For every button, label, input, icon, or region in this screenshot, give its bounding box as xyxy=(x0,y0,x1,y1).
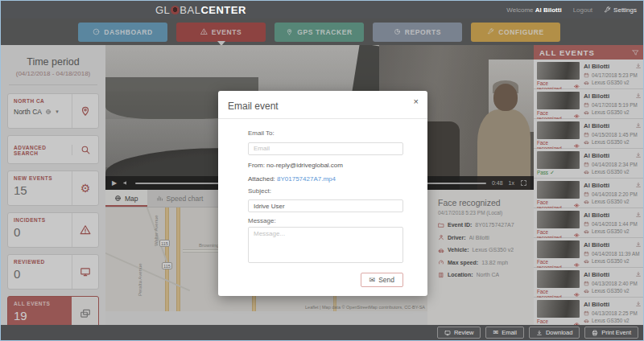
envelope-icon: ✉ xyxy=(493,330,498,336)
subject-label: Subject: xyxy=(248,187,403,195)
send-button[interactable]: ✉ Send xyxy=(361,273,403,287)
monitor-icon xyxy=(444,330,451,336)
email-to-label: Email To: xyxy=(248,129,403,137)
top-bar: GLBALCENTER Welcome Al Bilotti Logout Se… xyxy=(1,1,643,18)
email-to-input[interactable] xyxy=(248,142,403,155)
email-event-modal: Email event × Email To: From: no-reply@i… xyxy=(218,91,427,296)
from-text: From: no-reply@idriveglobal.com xyxy=(248,162,403,169)
message-label: Message: xyxy=(248,217,403,224)
bottom-action-bar: Review ✉ Email Download Print Event xyxy=(1,325,643,340)
brand-logo: GLBALCENTER xyxy=(155,1,246,18)
brand-text: GL xyxy=(155,4,170,16)
attached-line: Attached: 8Y01757427A7.mp4 xyxy=(248,175,403,183)
brand-text-bold: CENTER xyxy=(200,4,246,16)
download-icon xyxy=(536,330,543,336)
download-button[interactable]: Download xyxy=(529,327,580,339)
subject-input[interactable] xyxy=(248,199,403,212)
close-icon[interactable]: × xyxy=(414,97,419,106)
modal-title: Email event xyxy=(228,101,279,112)
brand-globe-icon xyxy=(171,6,180,14)
logout-link[interactable]: Logout xyxy=(573,6,592,14)
printer-icon xyxy=(592,330,598,336)
settings-button[interactable]: Settings xyxy=(604,6,637,14)
review-button[interactable]: Review xyxy=(437,327,481,339)
brand-text: BAL xyxy=(180,4,200,16)
email-button[interactable]: ✉ Email xyxy=(485,327,523,339)
modal-header: Email event × xyxy=(218,91,427,119)
app-window: GLBALCENTER Welcome Al Bilotti Logout Se… xyxy=(0,0,644,341)
username: Al Bilotti xyxy=(535,6,562,14)
welcome-text: Welcome Al Bilotti xyxy=(506,6,561,14)
message-textarea[interactable] xyxy=(248,227,403,263)
envelope-icon: ✉ xyxy=(369,277,376,284)
print-event-button[interactable]: Print Event xyxy=(584,327,638,339)
attachment-link[interactable]: 8Y01757427A7.mp4 xyxy=(277,175,336,183)
wrench-icon xyxy=(604,6,611,14)
